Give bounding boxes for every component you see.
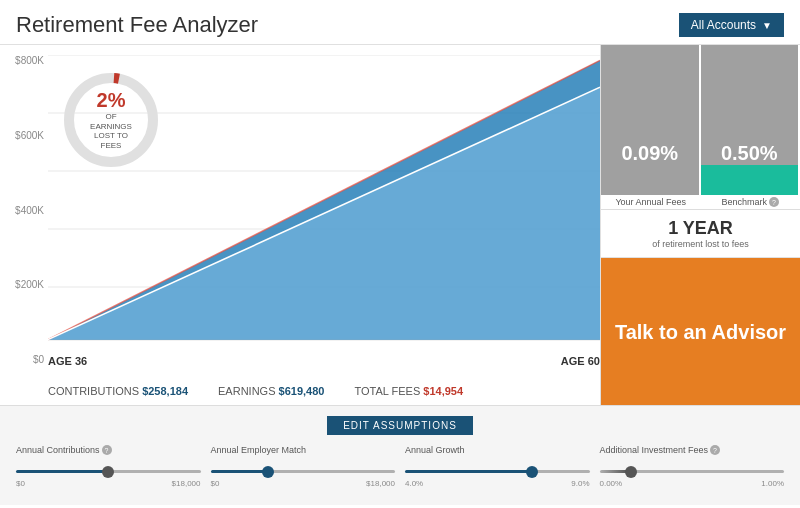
annual-contributions-input[interactable] xyxy=(16,470,201,473)
advisor-button[interactable]: Talk to an Advisor xyxy=(601,258,800,405)
investment-fees-slider-group: Additional Investment Fees ? 0.00% 1.00% xyxy=(600,445,785,488)
all-accounts-label: All Accounts xyxy=(691,18,756,32)
your-fee-label: Your Annual Fees xyxy=(601,197,701,207)
y-label-400k: $400K xyxy=(15,205,44,216)
benchmark-fee-card: 0.50% xyxy=(701,45,801,195)
earnings-value: $619,480 xyxy=(279,385,325,397)
contributions-max: $18,000 xyxy=(172,479,201,488)
fees-value: $14,954 xyxy=(423,385,463,397)
annual-growth-slider-group: Annual Growth 4.0% 9.0% xyxy=(405,445,590,488)
employer-match-slider-group: Annual Employer Match $0 $18,000 xyxy=(211,445,396,488)
investment-fees-label: Additional Investment Fees xyxy=(600,445,709,455)
benchmark-info-icon[interactable]: ? xyxy=(769,197,779,207)
age-labels: AGE 36 AGE 60 xyxy=(48,355,600,367)
employer-match-max: $18,000 xyxy=(366,479,395,488)
investment-fees-info-icon[interactable]: ? xyxy=(710,445,720,455)
investment-fees-input[interactable] xyxy=(600,470,785,473)
fee-cards: 0.09% 0.50% xyxy=(601,45,800,195)
donut-percentage: 2% xyxy=(84,89,139,112)
y-label-0k: $0 xyxy=(33,354,44,365)
annual-contributions-label: Annual Contributions xyxy=(16,445,100,455)
all-accounts-button[interactable]: All Accounts ▼ xyxy=(679,13,784,37)
contributions-min: $0 xyxy=(16,479,25,488)
contributions-info-icon[interactable]: ? xyxy=(102,445,112,455)
annual-growth-input[interactable] xyxy=(405,470,590,473)
chart-area: $800K $600K $400K $200K $0 xyxy=(0,45,600,405)
y-axis: $800K $600K $400K $200K $0 xyxy=(0,55,48,365)
employer-match-label: Annual Employer Match xyxy=(211,445,307,455)
annual-growth-min: 4.0% xyxy=(405,479,423,488)
fee-info: 1 YEAR of retirement lost to fees xyxy=(601,210,800,258)
investment-fees-min: 0.00% xyxy=(600,479,623,488)
y-label-200k: $200K xyxy=(15,279,44,290)
earnings-stat: EARNINGS $619,480 xyxy=(218,385,324,397)
page-title: Retirement Fee Analyzer xyxy=(16,12,258,38)
annual-contributions-slider-group: Annual Contributions ? $0 $18,000 xyxy=(16,445,201,488)
edit-assumptions-section: EDIT ASSUMPTIONS Annual Contributions ? … xyxy=(0,405,800,505)
fee-year: 1 YEAR xyxy=(607,218,794,239)
edit-assumptions-button[interactable]: EDIT ASSUMPTIONS xyxy=(327,416,473,435)
benchmark-fee-value: 0.50% xyxy=(701,142,799,165)
employer-match-min: $0 xyxy=(211,479,220,488)
y-label-600k: $600K xyxy=(15,130,44,141)
your-fee-value: 0.09% xyxy=(601,142,699,165)
teal-bar xyxy=(701,165,799,195)
contributions-value: $258,184 xyxy=(142,385,188,397)
employer-match-input[interactable] xyxy=(211,470,396,473)
age-start: AGE 36 xyxy=(48,355,87,367)
annual-growth-max: 9.0% xyxy=(571,479,589,488)
annual-growth-label: Annual Growth xyxy=(405,445,465,455)
your-fee-card: 0.09% xyxy=(601,45,701,195)
sliders-row: Annual Contributions ? $0 $18,000 Annual… xyxy=(16,445,784,488)
fees-stat: TOTAL FEES $14,954 xyxy=(354,385,463,397)
investment-fees-max: 1.00% xyxy=(761,479,784,488)
age-end: AGE 60 xyxy=(561,355,600,367)
benchmark-label: Benchmark xyxy=(721,197,767,207)
contributions-stat: CONTRIBUTIONS $258,184 xyxy=(48,385,188,397)
donut-chart: 2% OF EARNINGS LOST TO FEES xyxy=(56,65,166,175)
stats-row: CONTRIBUTIONS $258,184 EARNINGS $619,480… xyxy=(48,385,600,397)
chevron-down-icon: ▼ xyxy=(762,20,772,31)
y-label-800k: $800K xyxy=(15,55,44,66)
fee-desc: of retirement lost to fees xyxy=(607,239,794,249)
donut-subtitle: OF EARNINGS LOST TO FEES xyxy=(84,112,139,150)
right-panel: 0.09% 0.50% Your Annual Fees Benchmark ?… xyxy=(600,45,800,405)
